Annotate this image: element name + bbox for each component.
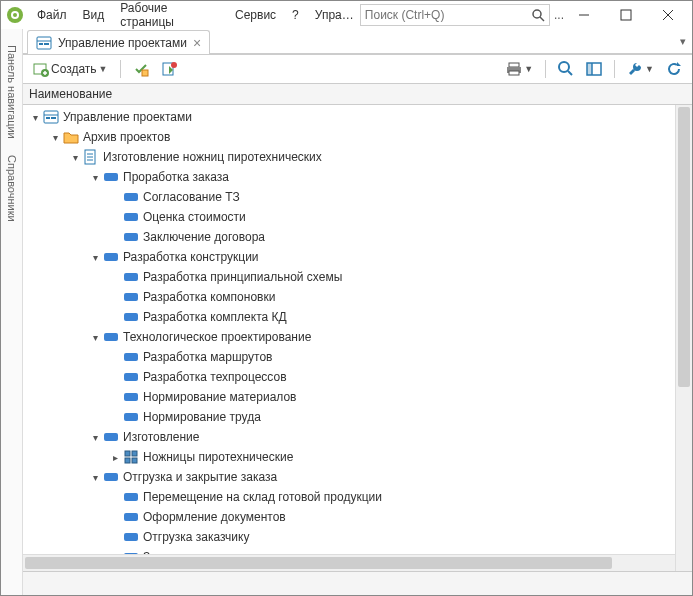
chevron-down-icon: ▼ — [645, 64, 654, 74]
task-icon — [123, 269, 139, 285]
task-icon — [123, 489, 139, 505]
side-tab-navigation[interactable]: Панель навигации — [4, 37, 20, 147]
export-button[interactable] — [157, 58, 181, 80]
expand-icon[interactable]: ▸ — [109, 451, 121, 463]
menu-service[interactable]: Сервис — [227, 4, 284, 26]
collapse-icon[interactable]: ▾ — [89, 171, 101, 183]
task-icon — [123, 509, 139, 525]
tree-label: Технологическое проектирование — [123, 330, 311, 344]
search-input[interactable] — [365, 8, 531, 22]
collapse-icon[interactable]: ▾ — [69, 151, 81, 163]
tree-item[interactable]: ▸Согласование ТЗ — [23, 187, 675, 207]
collapse-icon[interactable]: ▾ — [89, 251, 101, 263]
task-icon — [123, 409, 139, 425]
task-icon — [123, 349, 139, 365]
tree-label: Архив проектов — [83, 130, 170, 144]
tree-label: Изготовление — [123, 430, 199, 444]
side-tabs: Панель навигации Справочники — [1, 29, 23, 595]
grid-header[interactable]: Наименование — [23, 83, 692, 105]
tree-item[interactable]: ▸Оценка стоимости — [23, 207, 675, 227]
menu-help[interactable]: ? — [284, 4, 307, 26]
tab-close[interactable]: × — [193, 36, 201, 50]
tree-item[interactable]: ▸Разработка компоновки — [23, 287, 675, 307]
task-icon — [123, 189, 139, 205]
menu-file[interactable]: Файл — [29, 4, 75, 26]
task-icon — [123, 229, 139, 245]
tree-label: Проработка заказа — [123, 170, 229, 184]
panel-button[interactable] — [582, 58, 606, 80]
check-button[interactable] — [129, 58, 153, 80]
search-more[interactable]: ... — [554, 8, 564, 22]
tab-label: Управление проектами — [58, 36, 187, 50]
tree-label: Разработка комплекта КД — [143, 310, 287, 324]
search-box[interactable] — [360, 4, 550, 26]
search-icon[interactable] — [531, 8, 545, 22]
task-icon — [103, 329, 119, 345]
tree-label: Разработка принципиальной схемы — [143, 270, 342, 284]
settings-button[interactable]: ▼ — [623, 58, 658, 80]
tree-item[interactable]: ▸Перемещение на склад готовой продукции — [23, 487, 675, 507]
zoom-button[interactable] — [554, 58, 578, 80]
tree-label: Оформление документов — [143, 510, 286, 524]
collapse-icon[interactable]: ▾ — [89, 331, 101, 343]
tree-item[interactable]: ▸Разработка маршрутов — [23, 347, 675, 367]
tree-item[interactable]: ▸Нормирование материалов — [23, 387, 675, 407]
tree-item[interactable]: ▸Разработка принципиальной схемы — [23, 267, 675, 287]
tree-label: Нормирование материалов — [143, 390, 297, 404]
tree-item[interactable]: ▸Нормирование труда — [23, 407, 675, 427]
create-label: Создать — [51, 62, 97, 76]
tree-project[interactable]: ▾Изготовление ножниц пиротехнических — [23, 147, 675, 167]
task-icon — [123, 369, 139, 385]
tree-label: Нормирование труда — [143, 410, 261, 424]
task-icon — [123, 309, 139, 325]
collapse-icon[interactable]: ▾ — [29, 111, 41, 123]
project-icon — [36, 35, 52, 51]
tree-label: Заключение договора — [143, 230, 265, 244]
tree-group-3[interactable]: ▾Технологическое проектирование — [23, 327, 675, 347]
task-icon — [123, 209, 139, 225]
task-icon — [123, 389, 139, 405]
print-button[interactable]: ▼ — [502, 58, 537, 80]
task-icon — [103, 249, 119, 265]
window-close[interactable] — [648, 3, 688, 27]
refresh-button[interactable] — [662, 58, 686, 80]
collapse-icon[interactable]: ▾ — [49, 131, 61, 143]
tab-expand-icon[interactable]: ▾ — [680, 35, 686, 48]
collapse-icon[interactable]: ▾ — [89, 431, 101, 443]
folder-icon — [63, 129, 79, 145]
vertical-scrollbar[interactable] — [675, 105, 692, 571]
menubar: Файл Вид Рабочие страницы Сервис ? Управ… — [1, 1, 692, 29]
create-button[interactable]: Создать ▼ — [29, 58, 112, 80]
tree-root[interactable]: ▾Управление проектами — [23, 107, 675, 127]
side-tab-references[interactable]: Справочники — [4, 147, 20, 230]
tree-group-4[interactable]: ▾Изготовление — [23, 427, 675, 447]
breadcrumb[interactable]: Управ... — [315, 8, 356, 22]
horizontal-scrollbar[interactable] — [23, 554, 675, 571]
tree-group-1[interactable]: ▾Проработка заказа — [23, 167, 675, 187]
tree-label: Оценка стоимости — [143, 210, 246, 224]
tree-label: Ножницы пиротехнические — [143, 450, 293, 464]
create-icon — [33, 61, 49, 77]
tree-label: Разработка маршрутов — [143, 350, 272, 364]
task-icon — [103, 429, 119, 445]
window-minimize[interactable] — [564, 3, 604, 27]
tree-group-2[interactable]: ▾Разработка конструкции — [23, 247, 675, 267]
tree-item[interactable]: ▸Оформление документов — [23, 507, 675, 527]
tree-label: Отгрузка заказчику — [143, 530, 249, 544]
window-maximize[interactable] — [606, 3, 646, 27]
tree-label: Разработка конструкции — [123, 250, 259, 264]
tree-item[interactable]: ▸Закрытие заказа — [23, 547, 675, 554]
menu-view[interactable]: Вид — [75, 4, 113, 26]
toolbar: Создать ▼ ▼ ▼ — [23, 55, 692, 83]
tree-archive[interactable]: ▾Архив проектов — [23, 127, 675, 147]
tab-project-management[interactable]: Управление проектами × — [27, 30, 210, 54]
collapse-icon[interactable]: ▾ — [89, 471, 101, 483]
tree-group-5[interactable]: ▾Отгрузка и закрытие заказа — [23, 467, 675, 487]
tree-item-part[interactable]: ▸Ножницы пиротехнические — [23, 447, 675, 467]
tree-item[interactable]: ▸Отгрузка заказчику — [23, 527, 675, 547]
tree-label: Управление проектами — [63, 110, 192, 124]
tree-item[interactable]: ▸Заключение договора — [23, 227, 675, 247]
tree-label: Изготовление ножниц пиротехнических — [103, 150, 322, 164]
tree-item[interactable]: ▸Разработка комплекта КД — [23, 307, 675, 327]
tree-item[interactable]: ▸Разработка техпроцессов — [23, 367, 675, 387]
